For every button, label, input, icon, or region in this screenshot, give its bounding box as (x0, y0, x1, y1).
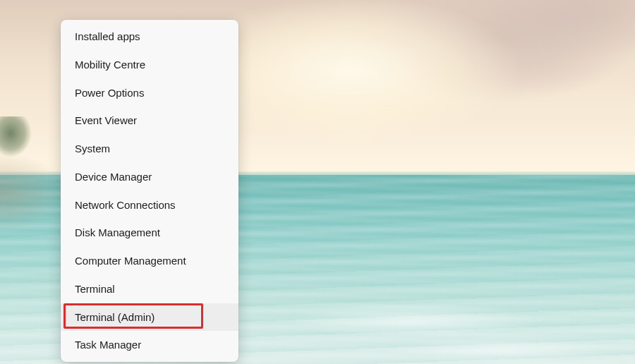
menu-item-installed-apps[interactable]: Installed apps (61, 23, 238, 51)
menu-item-power-options[interactable]: Power Options (61, 79, 238, 107)
menu-item-disk-management[interactable]: Disk Management (61, 219, 238, 247)
menu-item-system[interactable]: System (61, 135, 238, 163)
menu-item-event-viewer[interactable]: Event Viewer (61, 107, 238, 135)
menu-item-computer-management[interactable]: Computer Management (61, 247, 238, 275)
menu-item-terminal[interactable]: Terminal (61, 275, 238, 303)
menu-item-network-connections[interactable]: Network Connections (61, 191, 238, 219)
menu-item-mobility-centre[interactable]: Mobility Centre (61, 51, 238, 79)
menu-item-task-manager[interactable]: Task Manager (61, 331, 238, 359)
desktop-wallpaper-tree (0, 116, 35, 159)
menu-item-terminal-admin[interactable]: Terminal (Admin) (61, 303, 238, 332)
menu-item-device-manager[interactable]: Device Manager (61, 163, 238, 191)
winx-context-menu: Installed apps Mobility Centre Power Opt… (61, 20, 238, 362)
